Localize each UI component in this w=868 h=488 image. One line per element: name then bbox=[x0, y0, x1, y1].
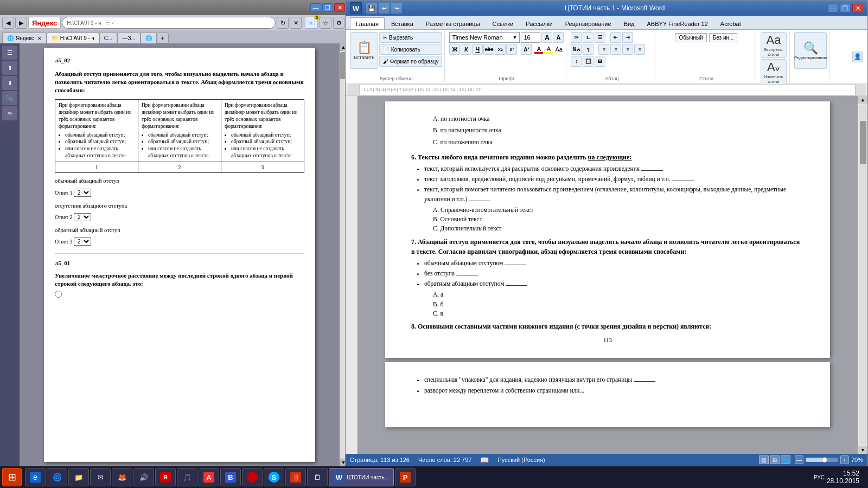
word-restore[interactable]: ❐ bbox=[840, 4, 851, 12]
taskbar-skype[interactable]: S bbox=[264, 468, 284, 486]
style-no-spacing[interactable]: Без ин... bbox=[709, 33, 738, 42]
highlight-btn[interactable]: A bbox=[544, 46, 553, 54]
tab-insert[interactable]: Вставка bbox=[385, 17, 419, 29]
zoom-thumb[interactable] bbox=[822, 457, 827, 463]
format-painter-btn[interactable]: 🖌 Формат по образцу bbox=[379, 56, 442, 67]
sidebar-btn-4[interactable]: 📎 bbox=[2, 91, 17, 105]
view-web-btn[interactable]: 🌐 bbox=[781, 455, 790, 464]
underline-btn[interactable]: Ч bbox=[472, 44, 483, 55]
italic-btn[interactable]: К bbox=[461, 44, 471, 55]
sidebar-btn-3[interactable]: ⬇ bbox=[2, 76, 17, 90]
answer1-select[interactable]: 1 2 3 bbox=[74, 189, 91, 197]
taskbar-abbyy[interactable]: A bbox=[199, 468, 219, 486]
justify-btn[interactable]: ≡ bbox=[634, 44, 645, 55]
font-name-box[interactable]: Times New Roman ▼ bbox=[449, 32, 520, 43]
tools-btn[interactable]: ⚙ bbox=[333, 17, 345, 29]
express-styles-btn[interactable]: Aa Экспресс-стили bbox=[761, 32, 787, 58]
save-btn[interactable]: 💾 bbox=[366, 3, 377, 14]
numbering-btn[interactable]: 1. bbox=[583, 32, 593, 43]
taskbar-music[interactable]: 🎵 bbox=[177, 468, 197, 486]
taskbar-red-circle[interactable] bbox=[242, 468, 263, 486]
tab-page-layout[interactable]: Разметка страницы bbox=[420, 17, 486, 29]
tab-review[interactable]: Рецензирование bbox=[559, 17, 617, 29]
taskbar-pdf[interactable]: 📕 bbox=[285, 468, 306, 486]
tab-view[interactable]: Вид bbox=[618, 17, 641, 29]
start-button[interactable]: ⊞ bbox=[2, 468, 22, 486]
sidebar-btn-5[interactable]: ✏ bbox=[2, 106, 17, 120]
taskbar-ie[interactable]: e bbox=[25, 468, 46, 486]
tab-references[interactable]: Ссылки bbox=[487, 17, 520, 29]
align-right-btn[interactable]: ≡ bbox=[622, 44, 633, 55]
view-print-btn[interactable]: ▤ bbox=[759, 455, 769, 464]
sidebar-btn-1[interactable]: ☰ bbox=[2, 46, 17, 60]
tab-c[interactable]: С... bbox=[99, 33, 118, 43]
browser-maximize[interactable]: ❐ bbox=[322, 3, 333, 12]
char-spacing-btn[interactable]: Aa bbox=[555, 46, 562, 53]
bullets-btn[interactable]: ≡• bbox=[571, 32, 582, 43]
favorites-btn[interactable]: ☆ bbox=[320, 17, 331, 29]
yandex-logo[interactable]: Яндекс bbox=[28, 17, 61, 29]
tab-sga[interactable]: 📁 Н:\СГА\Л 9 - ч bbox=[47, 33, 99, 43]
zoom-out-btn[interactable]: — bbox=[795, 455, 803, 464]
taskbar-email[interactable]: ✉ bbox=[90, 468, 111, 486]
sidebar-btn-2[interactable]: ⬆ bbox=[2, 61, 17, 75]
font-shrink-btn[interactable]: A bbox=[553, 32, 564, 43]
font-color-btn[interactable]: A bbox=[534, 46, 543, 54]
radio-option[interactable] bbox=[55, 291, 62, 298]
editing-btn[interactable]: 🔍 Редактирование bbox=[794, 32, 827, 69]
strikethrough-btn[interactable]: abc bbox=[483, 44, 494, 55]
taskbar-yandex[interactable]: Я bbox=[155, 468, 176, 486]
cut-btn[interactable]: ✂ Вырезать bbox=[379, 32, 442, 43]
bold-btn[interactable]: Ж bbox=[449, 44, 460, 55]
word-scroll-thumb[interactable] bbox=[860, 121, 866, 164]
taskbar-note[interactable]: 🗒 bbox=[307, 468, 328, 486]
increase-indent-btn[interactable]: ⇥ bbox=[622, 32, 633, 43]
tab-yandex[interactable]: 🌐 Яндекс ✕ bbox=[2, 33, 47, 43]
taskbar-ppt[interactable]: P bbox=[395, 468, 416, 486]
taskbar-firefox[interactable]: 🦊 bbox=[112, 468, 132, 486]
back-button[interactable]: ◀ bbox=[2, 17, 14, 29]
tab-home[interactable]: Главная bbox=[350, 17, 385, 29]
align-left-btn[interactable]: ≡ bbox=[598, 44, 609, 55]
refresh-btn[interactable]: ↻ bbox=[277, 17, 289, 29]
answer3-select[interactable]: 1 2 3 bbox=[74, 237, 91, 246]
style-normal[interactable]: Обычный bbox=[675, 33, 706, 42]
tab-z[interactable]: —З... bbox=[117, 33, 140, 43]
clear-format-btn[interactable]: Aʼ bbox=[521, 44, 532, 55]
email-badge-container[interactable]: 📧5 bbox=[305, 17, 318, 29]
url-bar[interactable]: Н:\СГА\Л 9 - ч ☰ ✓ bbox=[62, 17, 276, 29]
shading-btn[interactable]: 🔲 bbox=[583, 56, 593, 67]
tab-abbyy[interactable]: ABBYY FineReader 12 bbox=[641, 17, 714, 29]
word-close[interactable]: ✕ bbox=[852, 4, 863, 12]
align-center-btn[interactable]: ≡ bbox=[610, 44, 621, 55]
show-marks-btn[interactable]: ¶ bbox=[583, 44, 593, 55]
new-tab-btn[interactable]: + bbox=[157, 33, 169, 43]
zoom-slider[interactable] bbox=[806, 458, 838, 462]
answer2-select[interactable]: 1 2 3 bbox=[74, 213, 91, 221]
taskbar-files[interactable]: 📁 bbox=[68, 468, 89, 486]
redo-btn[interactable]: ↪ bbox=[391, 3, 402, 14]
view-fullscreen-btn[interactable]: ⊞ bbox=[770, 455, 780, 464]
taskbar-b-app[interactable]: B bbox=[220, 468, 241, 486]
decrease-indent-btn[interactable]: ⇤ bbox=[610, 32, 621, 43]
word-scroll-down[interactable]: ▼ bbox=[858, 446, 867, 454]
taskbar-sound[interactable]: 🔊 bbox=[133, 468, 154, 486]
undo-btn[interactable]: ↩ bbox=[379, 3, 390, 14]
taskbar-chrome[interactable]: 🌀 bbox=[47, 468, 67, 486]
ribbon-access-btn[interactable]: 👤 bbox=[852, 52, 863, 62]
tab-mailings[interactable]: Рассылки bbox=[520, 17, 558, 29]
paste-btn[interactable]: 📋 Вставить bbox=[350, 32, 378, 69]
multilevel-btn[interactable]: ☰ bbox=[595, 32, 605, 43]
tab-globe[interactable]: 🌐 bbox=[141, 33, 157, 43]
word-minimize[interactable]: — bbox=[827, 4, 838, 12]
subscript-btn[interactable]: x₂ bbox=[495, 44, 506, 55]
superscript-btn[interactable]: x² bbox=[506, 44, 517, 55]
zoom-in-btn[interactable]: + bbox=[840, 455, 849, 464]
copy-btn[interactable]: 📄 Копировать bbox=[379, 44, 442, 55]
tab-acrobat[interactable]: Acrobat bbox=[714, 17, 747, 29]
tab-yandex-close[interactable]: ✕ bbox=[37, 36, 42, 41]
browser-close[interactable]: ✕ bbox=[334, 3, 345, 12]
change-styles-btn[interactable]: Aᵥ Изменить стили bbox=[761, 59, 787, 85]
forward-button[interactable]: ▶ bbox=[15, 17, 27, 29]
borders-btn[interactable]: ⊞ bbox=[595, 56, 605, 67]
